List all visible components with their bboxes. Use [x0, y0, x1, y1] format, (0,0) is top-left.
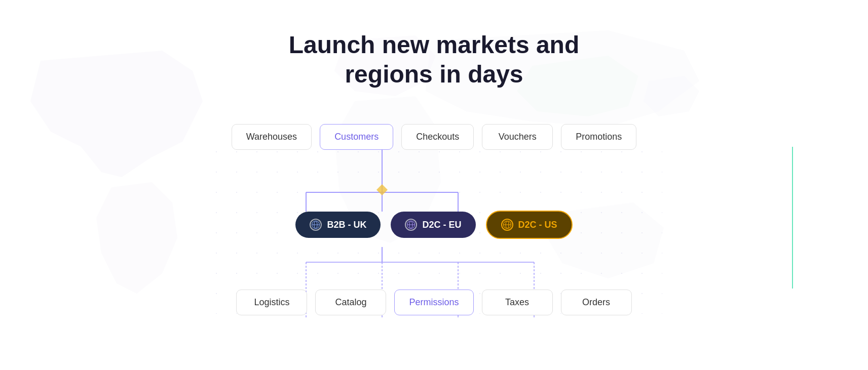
bottom-features-row: Logistics Catalog Permissions Taxes Orde…: [236, 290, 631, 315]
badge-b2b-uk[interactable]: B2B - UK: [295, 212, 381, 238]
top-features-row: Warehouses Customers Checkouts Vouchers …: [232, 124, 637, 150]
page-container: Launch new markets and regions in days W…: [0, 0, 868, 370]
globe-icon-d2c-us: [501, 219, 513, 231]
pill-customers[interactable]: Customers: [320, 124, 393, 150]
pill-vouchers[interactable]: Vouchers: [482, 124, 553, 150]
pill-permissions[interactable]: Permissions: [394, 290, 473, 315]
pill-taxes[interactable]: Taxes: [482, 290, 553, 315]
pill-catalog[interactable]: Catalog: [315, 290, 386, 315]
pill-orders[interactable]: Orders: [561, 290, 632, 315]
badge-d2c-eu[interactable]: D2C - EU: [391, 212, 475, 238]
diagram-area: Warehouses Customers Checkouts Vouchers …: [181, 124, 688, 315]
pill-warehouses[interactable]: Warehouses: [232, 124, 312, 150]
pill-checkouts[interactable]: Checkouts: [401, 124, 474, 150]
globe-icon-d2c-eu: [405, 219, 417, 231]
badge-d2c-us[interactable]: D2C - US: [486, 211, 573, 239]
headline: Launch new markets and regions in days: [289, 30, 580, 89]
pill-logistics[interactable]: Logistics: [236, 290, 307, 315]
channels-row: B2B - UK D2C - EU: [295, 211, 572, 239]
page-title: Launch new markets and regions in days: [289, 30, 580, 89]
globe-icon-b2b: [310, 219, 322, 231]
pill-promotions[interactable]: Promotions: [561, 124, 636, 150]
